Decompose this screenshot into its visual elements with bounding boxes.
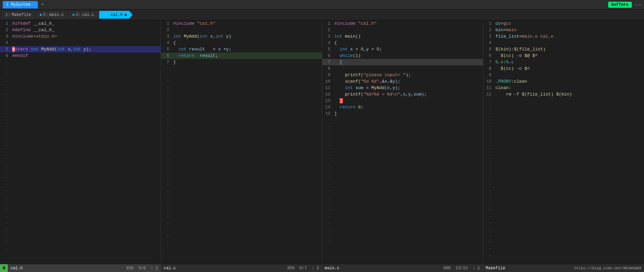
pane-cal-h: 1 #ifndef __cal_h_ 2 #define __cal_h_ 3 … [0, 20, 161, 264]
title-bar: 1 MySystem × + buffers ◁ ▷ [0, 0, 644, 9]
tilde-lines: ~ ~ ~ ~ ~ ~ ~ ~ ~ ~ ~ ~ ~ ~ ~ ~ ~ ~ ~ ~ [0, 59, 161, 252]
code-line: 15 } [322, 110, 483, 117]
pane-cal-c: 1 #include "cal.h" 2 3 int MyAdd(int x,i… [161, 20, 322, 264]
code-line: 7 { [322, 59, 483, 65]
status-bar: N cal.h 83% 5/6 : 1 cal.c 85% 6/7 : 3 ma… [0, 264, 644, 272]
code-line: 2 [322, 27, 483, 33]
code-line: 1 #include "cal.h" [161, 20, 322, 27]
code-line: 10 .PHONY:clean [483, 78, 644, 85]
code-line: 6 return result; [161, 53, 322, 59]
code-line: 9 [483, 72, 644, 78]
tab-cal-h[interactable]: 4: cal.h ▶ [99, 11, 133, 19]
code-line: 8 [322, 65, 483, 72]
code-line: 2 bin=main [483, 27, 644, 33]
code-line: 14 return 0; [322, 104, 483, 110]
code-line: 1 cc=gcc [483, 20, 644, 27]
code-line: 5 int result = x +y; [161, 46, 322, 53]
code-cal-c[interactable]: 1 #include "cal.h" 2 3 int MyAdd(int x,i… [161, 20, 322, 264]
pane-main-c: 1 #include "cal.h" 2 3 int main() 4 { 5 … [322, 20, 483, 264]
status-pos-2: 85% 6/7 : 3 [287, 266, 322, 271]
tab-main-c[interactable]: ▶ 2: main.c [36, 11, 68, 19]
status-pos-1: 83% 5/6 : 1 [126, 266, 161, 271]
code-line: 3 #include<stdio.h> [0, 33, 161, 40]
file-tab-bar: 1: Makefile ▶ 2: main.c ▶ 3: cal.c 4: ca… [0, 9, 644, 20]
code-line: 2 #define __cal_h_ [0, 27, 161, 33]
code-line: 7 } [161, 59, 322, 65]
code-line: 3 int main() [322, 33, 483, 40]
code-line: 7 %.o:%.c [483, 59, 644, 65]
code-line: 4 { [322, 40, 483, 46]
code-makefile[interactable]: 1 cc=gcc 2 bin=main 3 file_list=main.o c… [483, 20, 644, 264]
status-pane-1: N cal.h 83% 5/6 : 1 [0, 264, 161, 272]
code-line: 4 [0, 40, 161, 46]
code-line: 11 int sum = MyAdd(x,y); [322, 85, 483, 91]
status-pane-3: main.c 86% 13/15 : 1 [322, 264, 483, 272]
code-line: 5 extern int MyAdd(int x,int y); [0, 46, 161, 53]
status-pane-2: cal.c 85% 6/7 : 3 [161, 264, 322, 272]
code-line: 2 [161, 27, 322, 33]
status-filename-4: Makefile [483, 266, 505, 271]
resize-hint: ◁ ▷ [635, 2, 641, 7]
editor-area: 1 #ifndef __cal_h_ 2 #define __cal_h_ 3 … [0, 20, 644, 264]
status-filename-3: main.c [322, 266, 339, 271]
tab-makefile[interactable]: 1: Makefile [1, 11, 35, 19]
code-line: 12 printf("%d+%d = %d\n",x,y,sum); [322, 91, 483, 98]
status-pane-4: Makefile https://blog.csdn.net/MEANSWER [483, 264, 644, 272]
code-line: 3 int MyAdd(int x,int y) [161, 33, 322, 40]
code-line: 11 clean: [483, 85, 644, 91]
status-url: https://blog.csdn.net/MEANSWER [574, 266, 644, 270]
code-line: 6 $(cc) -o $@ $^ [483, 53, 644, 59]
window-tab-label: 1 MySystem [6, 2, 30, 7]
code-line: 9 printf("please input> "); [322, 72, 483, 78]
code-main-c[interactable]: 1 #include "cal.h" 2 3 int main() 4 { 5 … [322, 20, 483, 264]
tab-close-icon[interactable]: × [32, 3, 34, 6]
code-line: 10 scanf("%d %d",&x,&y); [322, 78, 483, 85]
code-line: 5 $(bin):$(file_list) [483, 46, 644, 53]
code-line: 12 rm -f $(file_list) $(bin) [483, 91, 644, 98]
window-tab[interactable]: 1 MySystem × [3, 1, 38, 8]
buffers-button[interactable]: buffers [608, 2, 632, 8]
tilde-lines-calc: ~ ~ ~ ~ ~ ~ ~ ~ ~ ~ ~ ~ ~ ~ ~ ~ ~ ~ ~ ~ [161, 65, 322, 246]
tilde-lines-makefile: ~ ~ ~ ~ ~ ~ ~ ~ ~ ~ ~ ~ ~ ~ ~ ~ ~ ~ ~ ~ [483, 98, 644, 258]
code-line: 6 while(1) [322, 53, 483, 59]
tab-cal-c[interactable]: ▶ 3: cal.c [69, 11, 98, 19]
code-line: 4 { [161, 40, 322, 46]
mode-indicator: N [0, 264, 8, 272]
code-line: 1 #include "cal.h" [322, 20, 483, 27]
code-cal-h[interactable]: 1 #ifndef __cal_h_ 2 #define __cal_h_ 3 … [0, 20, 161, 264]
add-tab-button[interactable]: + [39, 1, 47, 8]
pane-makefile: 1 cc=gcc 2 bin=main 3 file_list=main.o c… [483, 20, 644, 264]
code-line: 4 [483, 40, 644, 46]
status-pos-3: 86% 13/15 : 1 [443, 266, 483, 271]
code-line: 6 #endif [0, 53, 161, 59]
code-line: 13 } [322, 98, 483, 104]
code-line: 5 int x = 0,y = 0; [322, 46, 483, 53]
status-filename-2: cal.c [161, 266, 176, 271]
code-line: 3 file_list=main.o cal.o [483, 33, 644, 40]
code-line: 1 #ifndef __cal_h_ [0, 20, 161, 27]
status-filename-1: cal.h [10, 266, 23, 271]
tilde-lines-main: ~ ~ ~ ~ ~ ~ ~ ~ ~ ~ ~ ~ ~ ~ ~ ~ ~ ~ ~ ~ [322, 117, 483, 246]
code-line: 8 $(cc) -c $< [483, 65, 644, 72]
